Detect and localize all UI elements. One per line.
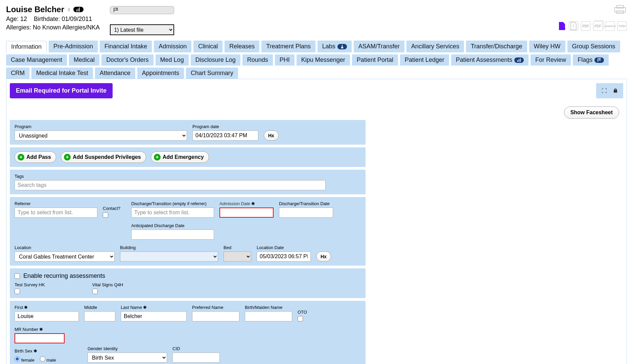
tab-clinical[interactable]: Clinical: [193, 41, 222, 52]
flag-badge[interactable]: [110, 6, 174, 14]
add-emergency-button[interactable]: +Add Emergency: [151, 151, 209, 163]
tab-medical[interactable]: Medical: [69, 54, 99, 66]
male-radio-label[interactable]: male: [40, 356, 56, 363]
referrer-input[interactable]: [15, 208, 97, 218]
tab-flags[interactable]: Flags: [573, 54, 609, 66]
bed-select[interactable]: [224, 251, 251, 262]
svg-rect-8: [517, 60, 518, 62]
tab-admission[interactable]: Admission: [154, 41, 191, 52]
tab-releases[interactable]: Releases: [225, 41, 259, 52]
tab-doctor-s-orders[interactable]: Doctor's Orders: [101, 54, 153, 66]
tab-rounds[interactable]: Rounds: [242, 54, 273, 66]
cid-label: CID: [172, 346, 220, 351]
doc-info-icon[interactable]: !: [569, 21, 578, 31]
tab-attendance[interactable]: Attendance: [95, 68, 135, 79]
tags-input[interactable]: [15, 180, 326, 190]
discharge-transition-label: Discharge/Transition (empty if referrer): [131, 201, 214, 206]
middle-name-input[interactable]: [84, 311, 115, 321]
mr-number-input[interactable]: [15, 333, 65, 343]
vital-signs-label: Vital Signs Q4H: [92, 282, 123, 287]
tab-medical-intake-test[interactable]: Medical Intake Test: [31, 68, 93, 79]
tab-patient-ledger[interactable]: Patient Ledger: [400, 54, 449, 66]
portal-invite-button[interactable]: Email Required for Portal Invite: [10, 83, 113, 98]
tab-crm[interactable]: CRM: [6, 68, 29, 79]
oto-checkbox[interactable]: [298, 316, 303, 321]
tab-patient-portal[interactable]: Patient Portal: [352, 54, 398, 66]
first-name-label: First✱: [15, 305, 79, 310]
tab-wiley-hw[interactable]: Wiley HW: [529, 41, 565, 52]
patient-name: Louise Belcher: [6, 5, 64, 14]
tab-kipu-messenger[interactable]: Kipu Messenger: [297, 54, 350, 66]
tab-phi[interactable]: PHI: [275, 54, 295, 66]
program-date-input[interactable]: [192, 130, 258, 141]
patient-header: Louise Belcher ♀ Age: 12 Birthdate: 01/0…: [6, 5, 100, 31]
location-hx-button[interactable]: Hx: [316, 251, 331, 262]
tab-asam-transfer[interactable]: ASAM/Transfer: [354, 41, 404, 52]
vital-signs-checkbox[interactable]: [92, 289, 98, 294]
tab-financial-intake[interactable]: Financial Intake: [100, 41, 152, 52]
cid-input[interactable]: [172, 353, 220, 363]
enable-recurring-label: Enable recurring assessments: [23, 272, 105, 280]
print-icon[interactable]: [613, 5, 627, 17]
first-name-input[interactable]: [15, 311, 79, 321]
file-select[interactable]: 1) Latest file: [110, 24, 174, 35]
maiden-name-input[interactable]: [245, 311, 292, 321]
birth-sex-label: Birth Sex✱: [15, 348, 82, 354]
tab-appointments[interactable]: Appointments: [137, 68, 184, 79]
pdf-icon[interactable]: PDF: [581, 21, 590, 31]
location-date-input[interactable]: [257, 251, 311, 262]
last-name-input[interactable]: [121, 311, 187, 321]
discharge-date-input[interactable]: [279, 208, 333, 218]
test-survey-checkbox[interactable]: [15, 289, 20, 294]
tab-treatment-plans[interactable]: Treatment Plans: [261, 41, 315, 52]
referrer-label: Referrer: [15, 201, 97, 206]
admission-date-input[interactable]: [219, 208, 274, 218]
tab-patient-assessments[interactable]: Patient Assessments: [451, 54, 529, 66]
building-select[interactable]: [120, 251, 218, 262]
lock-icon[interactable]: [613, 88, 618, 94]
program-select[interactable]: Unassigned: [15, 130, 187, 141]
add-suspended-button[interactable]: +Add Suspended Privileges: [61, 151, 146, 163]
female-radio[interactable]: [15, 356, 20, 362]
tab-group-sessions[interactable]: Group Sessions: [567, 41, 620, 52]
flag-icon: [594, 57, 604, 63]
tab-ancillary-services[interactable]: Ancillary Services: [406, 41, 464, 52]
gender-identity-select[interactable]: Birth Sex: [88, 353, 167, 363]
program-hx-button[interactable]: Hx: [264, 130, 279, 141]
anticipated-discharge-input[interactable]: [131, 229, 214, 240]
pdf-multi-icon[interactable]: PDF: [593, 21, 603, 31]
contact-checkbox[interactable]: [103, 212, 108, 218]
age-label: Age: 12: [6, 16, 27, 22]
tab-case-management[interactable]: Case Management: [6, 54, 67, 66]
anticipated-discharge-label: Anticipated Discharge Date: [131, 223, 214, 228]
add-pass-button[interactable]: +Add Pass: [15, 151, 56, 163]
body-toolbar: ⛶: [596, 83, 623, 98]
txfer-icon[interactable]: Txfer: [617, 21, 627, 31]
gender-identity-label: Gender Identity: [88, 346, 167, 351]
tab-transfer-discharge[interactable]: Transfer/Discharge: [466, 41, 527, 52]
add-doc-icon[interactable]: +: [558, 21, 566, 31]
mr-number-label: MR Number✱: [15, 327, 65, 332]
discharge-transition-input[interactable]: [131, 208, 214, 218]
tab-med-log[interactable]: Med Log: [156, 54, 189, 66]
expand-icon[interactable]: ⛶: [602, 88, 607, 94]
tab-information[interactable]: Information: [6, 41, 47, 53]
program-date-label: Program date: [192, 124, 258, 129]
svg-rect-9: [519, 59, 519, 62]
bed-label: Bed: [224, 245, 251, 250]
tab-pre-admission[interactable]: Pre-Admission: [49, 41, 98, 52]
tab-chart-summary[interactable]: Chart Summary: [186, 68, 238, 79]
preferred-name-input[interactable]: [192, 311, 239, 321]
male-radio[interactable]: [40, 356, 45, 362]
tab-labs[interactable]: Labs: [318, 41, 352, 52]
enable-recurring-checkbox[interactable]: [15, 273, 20, 279]
tab-for-review[interactable]: For Review: [531, 54, 571, 66]
flask-icon: [337, 44, 347, 49]
female-radio-label[interactable]: female: [15, 356, 34, 363]
casefile-icon[interactable]: CASEFILE: [605, 21, 615, 31]
stats-badge-icon[interactable]: [73, 7, 84, 12]
tab-disclosure-log[interactable]: Disclosure Log: [191, 54, 240, 66]
show-facesheet-button[interactable]: Show Facesheet: [564, 106, 619, 119]
gender-female-icon: ♀: [66, 6, 71, 14]
location-select[interactable]: Coral Gables Treatment Center: [15, 251, 115, 262]
